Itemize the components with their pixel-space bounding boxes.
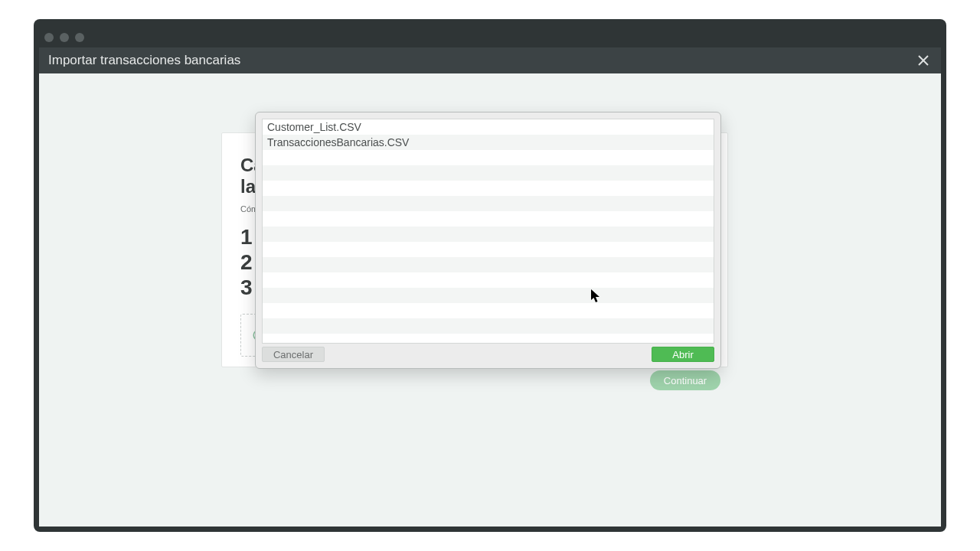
file-row-empty: . <box>263 211 714 227</box>
cancel-button[interactable]: Cancelar <box>262 347 325 362</box>
file-row-empty: . <box>263 272 714 288</box>
file-row-empty: . <box>263 227 714 242</box>
file-row-empty: . <box>263 334 714 344</box>
close-icon <box>916 54 930 67</box>
file-row[interactable]: TransaccionesBancarias.CSV <box>263 135 714 150</box>
file-row-empty: . <box>263 242 714 257</box>
file-name: TransaccionesBancarias.CSV <box>267 136 409 148</box>
file-picker-buttons: Cancelar Abrir <box>262 347 714 364</box>
open-button[interactable]: Abrir <box>652 347 714 362</box>
file-name: Customer_List.CSV <box>267 121 361 133</box>
modal-titlebar: Importar transacciones bancarias <box>39 47 941 73</box>
file-row[interactable]: Customer_List.CSV <box>263 119 714 135</box>
close-button[interactable] <box>915 52 932 69</box>
file-row-empty: . <box>263 165 714 181</box>
continue-button[interactable]: Continuar <box>650 370 720 390</box>
file-row-empty: . <box>263 196 714 211</box>
app-window: Importar transacciones bancarias Ca la C… <box>34 19 946 532</box>
cancel-button-label: Cancelar <box>273 349 313 360</box>
modal-title: Importar transacciones bancarias <box>48 53 240 68</box>
traffic-light-minimize[interactable] <box>60 33 69 42</box>
open-button-label: Abrir <box>672 349 693 360</box>
traffic-light-close[interactable] <box>44 33 54 42</box>
file-list[interactable]: Customer_List.CSV TransaccionesBancarias… <box>262 119 714 344</box>
modal-body: Ca la Cóm 1 2 3 Continuar Customer_List <box>39 73 941 527</box>
file-picker-dialog: Customer_List.CSV TransaccionesBancarias… <box>255 112 721 369</box>
file-row-empty: . <box>263 150 714 165</box>
file-row-empty: . <box>263 257 714 272</box>
file-row-empty: . <box>263 318 714 334</box>
file-row-empty: . <box>263 288 714 303</box>
file-row-empty: . <box>263 303 714 318</box>
file-row-empty: . <box>263 181 714 196</box>
continue-button-label: Continuar <box>664 375 707 386</box>
traffic-light-zoom[interactable] <box>75 33 84 42</box>
mac-window-controls <box>44 33 84 42</box>
wizard-heading-line2: la <box>240 176 256 197</box>
